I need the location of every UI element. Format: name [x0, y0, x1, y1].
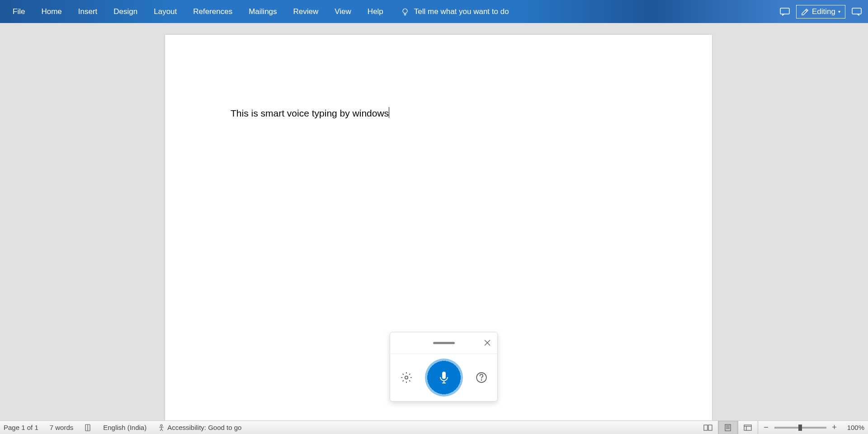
- mic-toggle-button[interactable]: [425, 359, 463, 397]
- tab-insert[interactable]: Insert: [70, 1, 106, 23]
- svg-point-7: [405, 376, 408, 379]
- tell-me-label: Tell me what you want to do: [414, 7, 509, 16]
- zoom-slider-thumb[interactable]: [798, 425, 802, 431]
- editing-mode-button[interactable]: Editing ▾: [796, 5, 845, 19]
- text-cursor: [389, 107, 389, 118]
- gear-icon: [401, 372, 412, 383]
- web-layout-button[interactable]: [738, 421, 758, 434]
- print-layout-button[interactable]: [718, 421, 738, 434]
- svg-rect-8: [442, 372, 446, 379]
- read-mode-button[interactable]: [698, 421, 718, 434]
- voice-settings-button[interactable]: [400, 371, 413, 384]
- word-count[interactable]: 7 words: [50, 424, 74, 431]
- svg-point-15: [160, 425, 162, 426]
- svg-rect-2: [780, 8, 789, 14]
- voice-help-button[interactable]: [475, 371, 488, 384]
- tab-review[interactable]: Review: [285, 1, 327, 23]
- accessibility-icon: [158, 424, 165, 431]
- svg-rect-18: [725, 425, 731, 431]
- close-icon: [484, 340, 491, 346]
- voice-widget-body: [390, 354, 497, 401]
- ribbon-tabs: File Home Insert Design Layout Reference…: [5, 1, 509, 23]
- microphone-icon: [439, 371, 449, 384]
- editing-label: Editing: [812, 7, 835, 16]
- comment-reply-icon: [852, 8, 862, 16]
- reply-comment-button[interactable]: [850, 5, 863, 19]
- ribbon: File Home Insert Design Layout Reference…: [0, 0, 868, 23]
- spellcheck-icon: [85, 424, 92, 431]
- svg-rect-17: [708, 425, 712, 430]
- svg-point-12: [481, 380, 481, 380]
- zoom-in-button[interactable]: +: [831, 423, 838, 432]
- tab-view[interactable]: View: [326, 1, 359, 23]
- help-icon: [476, 372, 487, 383]
- document-text: This is smart voice typing by windows: [231, 108, 389, 119]
- chevron-down-icon: ▾: [838, 9, 840, 14]
- pencil-icon: [801, 8, 809, 16]
- zoom-controls: − + 100%: [763, 423, 864, 432]
- svg-line-3: [806, 10, 807, 11]
- language-button[interactable]: English (India): [103, 424, 146, 431]
- read-mode-icon: [703, 425, 712, 431]
- svg-rect-22: [744, 425, 751, 430]
- comments-button[interactable]: [778, 5, 792, 19]
- page-count[interactable]: Page 1 of 1: [4, 424, 38, 431]
- tab-help[interactable]: Help: [359, 1, 392, 23]
- web-layout-icon: [744, 425, 752, 431]
- tab-mailings[interactable]: Mailings: [241, 1, 285, 23]
- voice-typing-widget: [390, 332, 498, 401]
- bulb-icon: [401, 7, 410, 16]
- tab-home[interactable]: Home: [33, 1, 70, 23]
- print-layout-icon: [724, 424, 731, 431]
- spell-check-button[interactable]: [85, 424, 92, 431]
- svg-rect-4: [852, 8, 861, 14]
- voice-close-button[interactable]: [484, 340, 491, 346]
- ribbon-right-controls: Editing ▾: [778, 5, 863, 19]
- comment-icon: [780, 8, 790, 16]
- tab-layout[interactable]: Layout: [146, 1, 185, 23]
- status-bar: Page 1 of 1 7 words English (India) Acce…: [0, 420, 868, 434]
- accessibility-label: Accessibility: Good to go: [167, 424, 241, 431]
- status-right: − + 100%: [698, 421, 864, 434]
- zoom-out-button[interactable]: −: [763, 423, 770, 432]
- zoom-slider[interactable]: [774, 427, 826, 429]
- voice-widget-header[interactable]: [390, 332, 497, 354]
- tell-me-search[interactable]: Tell me what you want to do: [401, 7, 509, 16]
- drag-handle-icon[interactable]: [433, 342, 455, 344]
- tab-file[interactable]: File: [5, 1, 33, 23]
- svg-rect-16: [704, 425, 708, 430]
- zoom-level[interactable]: 100%: [847, 424, 864, 431]
- tab-references[interactable]: References: [185, 1, 241, 23]
- status-left: Page 1 of 1 7 words English (India) Acce…: [4, 424, 241, 431]
- accessibility-button[interactable]: Accessibility: Good to go: [158, 424, 241, 431]
- svg-point-0: [403, 9, 407, 13]
- tab-design[interactable]: Design: [105, 1, 146, 23]
- mic-inner: [429, 363, 458, 392]
